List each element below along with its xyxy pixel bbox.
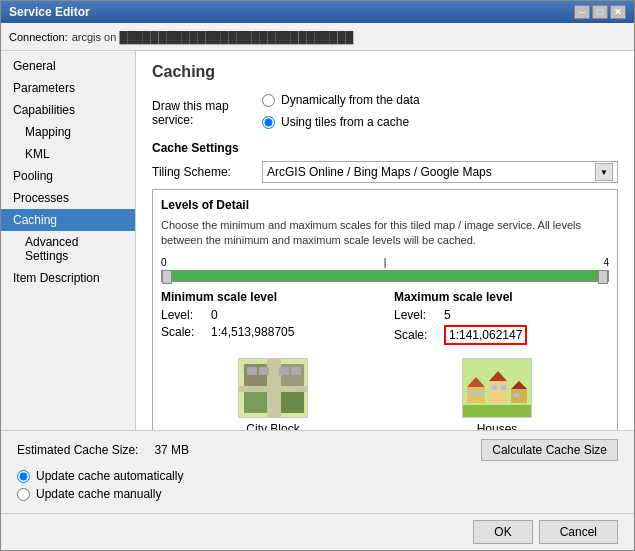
- update-manual-item: Update cache manually: [17, 487, 618, 501]
- radio-tiles-label: Using tiles from a cache: [281, 115, 409, 129]
- min-scale-value: 1:4,513,988705: [211, 325, 294, 339]
- bottom-bar: Estimated Cache Size: 37 MB Calculate Ca…: [1, 430, 634, 513]
- update-options: Update cache automatically Update cache …: [17, 469, 618, 501]
- sidebar-item-caching[interactable]: Caching: [1, 209, 135, 231]
- max-level-value: 5: [444, 308, 451, 322]
- slider-tick-2: |: [384, 257, 387, 268]
- sidebar: General Parameters Capabilities Mapping …: [1, 51, 136, 430]
- cache-size-label: Estimated Cache Size:: [17, 443, 138, 457]
- radio-update-manual[interactable]: [17, 488, 30, 501]
- sidebar-item-item-description[interactable]: Item Description: [1, 267, 135, 289]
- radio-tiles[interactable]: [262, 116, 275, 129]
- connection-bar: Connection: arcgis on ██████████████████…: [1, 23, 634, 51]
- update-auto-item: Update cache automatically: [17, 469, 618, 483]
- draw-service-label: Draw this map service:: [152, 99, 262, 127]
- max-level-row: Level: 5: [394, 308, 609, 322]
- min-level-value: 0: [211, 308, 218, 322]
- dropdown-arrow-icon[interactable]: ▼: [595, 163, 613, 181]
- radio-update-auto[interactable]: [17, 470, 30, 483]
- sidebar-item-general[interactable]: General: [1, 55, 135, 77]
- thumb-houses: Houses: [462, 358, 532, 430]
- sidebar-item-kml[interactable]: KML: [1, 143, 135, 165]
- service-editor-window: Service Editor ─ □ ✕ Connection: arcgis …: [0, 0, 635, 551]
- slider-tick-0: 0: [161, 257, 167, 268]
- titlebar-controls: ─ □ ✕: [574, 5, 626, 19]
- svg-rect-22: [514, 393, 519, 397]
- thumbnails: City Block: [161, 358, 609, 430]
- footer-buttons: OK Cancel: [1, 513, 634, 550]
- svg-rect-18: [470, 391, 475, 396]
- titlebar: Service Editor ─ □ ✕: [1, 1, 634, 23]
- sidebar-item-parameters[interactable]: Parameters: [1, 77, 135, 99]
- svg-rect-23: [463, 405, 532, 418]
- window-title: Service Editor: [9, 5, 90, 19]
- max-scale-value: 1:141,062147: [444, 325, 527, 345]
- svg-rect-10: [291, 367, 301, 375]
- svg-rect-6: [239, 386, 308, 392]
- close-button[interactable]: ✕: [610, 5, 626, 19]
- cache-settings-section: Cache Settings Tiling Scheme: ArcGIS Onl…: [152, 141, 618, 183]
- levels-title: Levels of Detail: [161, 198, 609, 212]
- cache-size-value: 37 MB: [154, 443, 189, 457]
- svg-rect-19: [478, 391, 483, 396]
- min-scale-title: Minimum scale level: [161, 290, 376, 304]
- slider-track: [161, 270, 609, 282]
- calculate-cache-size-button[interactable]: Calculate Cache Size: [481, 439, 618, 461]
- slider-left-handle[interactable]: [162, 270, 172, 284]
- min-level-key: Level:: [161, 308, 211, 322]
- levels-desc: Choose the minimum and maximum scales fo…: [161, 218, 609, 249]
- sidebar-item-pooling[interactable]: Pooling: [1, 165, 135, 187]
- main-content: General Parameters Capabilities Mapping …: [1, 51, 634, 430]
- thumb-city-block: City Block: [238, 358, 308, 430]
- max-scale-col: Maximum scale level Level: 5 Scale: 1:14…: [394, 290, 609, 348]
- min-scale-row: Scale: 1:4,513,988705: [161, 325, 376, 339]
- svg-rect-7: [247, 367, 257, 375]
- scale-info: Minimum scale level Level: 0 Scale: 1:4,…: [161, 290, 609, 348]
- scale-slider[interactable]: 0 | 4: [161, 257, 609, 282]
- max-level-key: Level:: [394, 308, 444, 322]
- cache-settings-label: Cache Settings: [152, 141, 618, 155]
- radio-dynamic-item: Dynamically from the data: [262, 93, 420, 107]
- tiling-scheme-value: ArcGIS Online / Bing Maps / Google Maps: [267, 165, 492, 179]
- min-scale-key: Scale:: [161, 325, 211, 339]
- minimize-button[interactable]: ─: [574, 5, 590, 19]
- update-manual-label: Update cache manually: [36, 487, 161, 501]
- radio-dynamic-label: Dynamically from the data: [281, 93, 420, 107]
- draw-service-row: Draw this map service: Dynamically from …: [152, 93, 618, 133]
- max-scale-key: Scale:: [394, 328, 444, 342]
- tiling-scheme-row: Tiling Scheme: ArcGIS Online / Bing Maps…: [152, 161, 618, 183]
- sidebar-item-processes[interactable]: Processes: [1, 187, 135, 209]
- svg-rect-21: [501, 385, 506, 390]
- tiling-scheme-dropdown[interactable]: ArcGIS Online / Bing Maps / Google Maps …: [262, 161, 618, 183]
- sidebar-item-capabilities[interactable]: Capabilities: [1, 99, 135, 121]
- ok-button[interactable]: OK: [473, 520, 532, 544]
- min-scale-col: Minimum scale level Level: 0 Scale: 1:4,…: [161, 290, 376, 348]
- min-level-row: Level: 0: [161, 308, 376, 322]
- max-scale-title: Maximum scale level: [394, 290, 609, 304]
- thumb-houses-img: [462, 358, 532, 418]
- cache-size-row: Estimated Cache Size: 37 MB Calculate Ca…: [17, 439, 618, 461]
- svg-rect-14: [489, 381, 507, 403]
- content-area: Caching Draw this map service: Dynamical…: [136, 51, 634, 430]
- thumb-houses-label: Houses: [477, 422, 518, 430]
- page-title: Caching: [152, 63, 618, 81]
- levels-of-detail-box: Levels of Detail Choose the minimum and …: [152, 189, 618, 430]
- max-scale-row: Scale: 1:141,062147: [394, 325, 609, 345]
- cancel-button[interactable]: Cancel: [539, 520, 618, 544]
- svg-rect-20: [492, 385, 497, 390]
- radio-dynamic[interactable]: [262, 94, 275, 107]
- svg-rect-9: [279, 367, 289, 375]
- thumb-city-block-img: [238, 358, 308, 418]
- update-auto-label: Update cache automatically: [36, 469, 183, 483]
- svg-rect-8: [259, 367, 269, 375]
- connection-label: Connection:: [9, 31, 68, 43]
- draw-service-options: Dynamically from the data Using tiles fr…: [262, 93, 420, 133]
- maximize-button[interactable]: □: [592, 5, 608, 19]
- sidebar-item-advanced-settings[interactable]: Advanced Settings: [1, 231, 135, 267]
- tiling-scheme-label: Tiling Scheme:: [152, 165, 262, 179]
- thumb-city-block-label: City Block: [246, 422, 299, 430]
- radio-tiles-item: Using tiles from a cache: [262, 115, 420, 129]
- connection-value: arcgis on ██████████████████████████████: [72, 31, 354, 43]
- slider-right-handle[interactable]: [598, 270, 608, 284]
- sidebar-item-mapping[interactable]: Mapping: [1, 121, 135, 143]
